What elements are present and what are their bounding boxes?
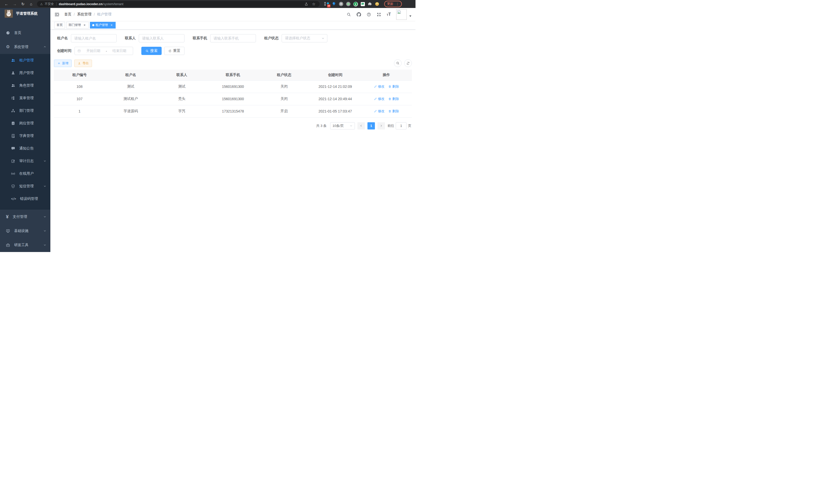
filter-form: 租户名 联系人 联系手机 租户状态 请选择租户状态: [57, 34, 412, 55]
sidebar-item-tenant[interactable]: 租户管理: [0, 54, 50, 66]
font-size-icon[interactable]: TT: [386, 12, 391, 17]
next-page-button[interactable]: [377, 122, 385, 129]
puzzle-icon[interactable]: [368, 2, 372, 6]
delete-link[interactable]: 删除: [388, 84, 399, 89]
home-button[interactable]: ⌂: [28, 1, 34, 7]
chrome-menu-icon[interactable]: ⋮: [396, 2, 399, 6]
infrastructure-icon: [6, 229, 10, 233]
goto-page-input[interactable]: [396, 122, 406, 129]
delete-link[interactable]: 删除: [388, 109, 399, 114]
breadcrumb-home[interactable]: 首页: [64, 12, 71, 17]
page-number-1[interactable]: 1: [368, 122, 375, 129]
record-icon[interactable]: [346, 2, 351, 6]
tab-dept[interactable]: 部门管理×: [66, 22, 89, 29]
edit-link[interactable]: 修改: [374, 97, 385, 101]
sidebar-item-label: 审计日志: [19, 159, 34, 164]
column-header: 租户名: [105, 69, 156, 80]
app-title: 芋道管理系统: [16, 11, 37, 16]
tags-view: 首页部门管理×租户管理×: [50, 21, 416, 30]
tab-home[interactable]: 首页: [54, 22, 65, 29]
sidebar-item-post[interactable]: 岗位管理: [0, 117, 50, 129]
breadcrumb-system: 系统管理: [77, 12, 91, 17]
bookmark-star-icon[interactable]: ☆: [311, 2, 317, 6]
tab-label: 首页: [57, 23, 63, 27]
sidebar-item-sms[interactable]: 短信管理: [0, 180, 50, 192]
page-size-select[interactable]: 10条/页: [330, 122, 355, 129]
sidebar-item-dept[interactable]: 部门管理: [0, 104, 50, 117]
sidebar-item-notice[interactable]: 通知公告: [0, 142, 50, 155]
sidebar-item-label: 部门管理: [19, 109, 34, 113]
breadcrumb: 首页 / 系统管理 / 租户管理: [64, 12, 112, 17]
table-row: 1芋道源码芋艿17321315478开启2021-01-05 17:03:47修…: [54, 105, 412, 117]
cell-contact: 秃头: [156, 93, 207, 105]
column-header: 联系人: [156, 69, 207, 80]
sidebar-item-dev-tools[interactable]: 研发工具: [0, 238, 50, 252]
workona-icon[interactable]: ◆10: [324, 2, 329, 6]
balloon-icon[interactable]: [332, 2, 336, 6]
y-circle-icon[interactable]: y: [353, 2, 358, 6]
reload-button[interactable]: ↻: [20, 1, 26, 7]
close-icon[interactable]: ×: [110, 23, 113, 27]
tab-tenant[interactable]: 租户管理×: [90, 22, 116, 29]
prev-page-button[interactable]: [357, 122, 365, 129]
emoji-icon[interactable]: [375, 2, 379, 6]
refresh-table-button[interactable]: [404, 59, 412, 67]
search-button[interactable]: 搜索: [141, 47, 162, 55]
tenant-name-label: 租户名: [57, 36, 68, 40]
sidebar-item-infrastructure[interactable]: 基础设施: [0, 224, 50, 238]
sidebar-item-error-code[interactable]: </>错误码管理: [0, 192, 50, 205]
delete-link[interactable]: 删除: [388, 97, 399, 101]
delete-icon: [388, 85, 391, 88]
chevron-right-icon: [380, 124, 382, 127]
fullscreen-icon[interactable]: [376, 12, 381, 17]
command-icon[interactable]: ⌘: [339, 2, 344, 6]
forward-button[interactable]: →: [11, 1, 18, 7]
column-header: 操作: [361, 69, 412, 80]
cell-tenant-id: 108: [54, 80, 105, 93]
user-avatar-menu[interactable]: [396, 9, 411, 20]
sidebar-item-label: 在线用户: [19, 171, 34, 176]
contact-input[interactable]: [139, 34, 184, 42]
start-date-placeholder: 开始日期: [83, 49, 104, 53]
toggle-search-button[interactable]: [394, 59, 402, 67]
status-select[interactable]: 请选择租户状态: [282, 34, 327, 42]
github-icon[interactable]: [356, 12, 361, 17]
address-bar[interactable]: ⚠ 不安全 dashboard.yudao.iocoder.cn/system/…: [37, 1, 320, 7]
sidebar-item-dict[interactable]: 字典管理: [0, 129, 50, 142]
help-icon[interactable]: [366, 12, 371, 17]
sidebar-item-label: 系统管理: [14, 45, 28, 49]
chevron-down-icon: [44, 185, 46, 187]
edit-link[interactable]: 修改: [374, 109, 385, 114]
reset-button[interactable]: 重置: [164, 47, 184, 55]
app-logo-row[interactable]: 芋道管理系统: [0, 8, 50, 19]
search-icon: [145, 49, 149, 53]
sidebar-collapse-icon[interactable]: [55, 11, 60, 17]
sidebar-item-label: 支付管理: [13, 214, 27, 219]
share-icon[interactable]: [304, 2, 309, 6]
close-icon[interactable]: ×: [83, 23, 86, 27]
sidebar-menu: 首页⚙系统管理: [0, 26, 50, 54]
sidebar-item-home[interactable]: 首页: [0, 26, 50, 40]
mobile-input[interactable]: [210, 34, 256, 42]
chevron-down-icon: [350, 124, 352, 127]
sidebar-item-menu[interactable]: 菜单管理: [0, 92, 50, 104]
tenant-name-input[interactable]: [71, 34, 117, 42]
sidebar-item-payment[interactable]: ¥支付管理: [0, 210, 50, 224]
create-time-range-picker[interactable]: 开始日期 - 结束日期: [75, 47, 133, 55]
sidebar-item-audit-log[interactable]: 审计日志: [0, 155, 50, 167]
export-button[interactable]: 导出: [74, 60, 92, 67]
chrome-update-button[interactable]: 更新 ⋮: [384, 1, 402, 7]
add-button[interactable]: 新增: [54, 60, 72, 67]
back-button[interactable]: ←: [3, 1, 10, 7]
extension-badge: 10: [327, 4, 331, 7]
post-badge-icon: [11, 121, 15, 125]
search-icon: [396, 61, 400, 65]
chat-icon[interactable]: [360, 2, 365, 6]
search-icon[interactable]: [346, 12, 351, 17]
edit-link[interactable]: 修改: [374, 84, 385, 89]
sidebar-item-label: 短信管理: [19, 184, 34, 188]
sidebar-item-online-user[interactable]: 在线用户: [0, 167, 50, 180]
sidebar-item-role[interactable]: 角色管理: [0, 79, 50, 92]
sidebar-item-system[interactable]: ⚙系统管理: [0, 40, 50, 54]
sidebar-item-user[interactable]: 用户管理: [0, 66, 50, 79]
